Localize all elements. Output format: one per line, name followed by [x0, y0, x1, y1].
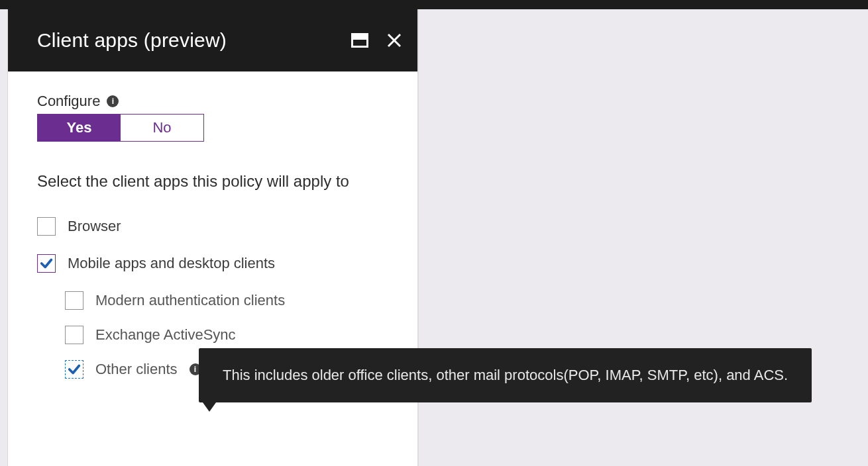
tooltip-other-clients: This includes older office clients, othe…	[199, 348, 812, 402]
checkbox-modern-auth-label[interactable]: Modern authentication clients	[95, 292, 285, 309]
svg-rect-1	[353, 34, 368, 40]
checkbox-other-clients-label[interactable]: Other clients	[95, 361, 178, 378]
stage: Client apps (preview) Config	[0, 9, 868, 466]
checkbox-browser[interactable]	[37, 217, 56, 236]
configure-toggle: Yes No	[37, 114, 204, 142]
tooltip-content: This includes older office clients, othe…	[199, 348, 812, 402]
configure-yes-button[interactable]: Yes	[38, 115, 121, 141]
configure-no-button[interactable]: No	[121, 115, 203, 141]
left-collapsed-blade	[0, 9, 8, 466]
close-icon[interactable]	[386, 32, 403, 49]
checkbox-mobile-desktop-label[interactable]: Mobile apps and desktop clients	[68, 255, 275, 272]
checkbox-browser-label[interactable]: Browser	[68, 218, 121, 235]
checkbox-exchange-activesync-row: Exchange ActiveSync	[65, 326, 388, 344]
configure-row: Configure i	[37, 93, 388, 110]
checkbox-modern-auth-row: Modern authentication clients	[65, 291, 388, 310]
checkbox-exchange-activesync[interactable]	[65, 326, 83, 344]
blade-title: Client apps (preview)	[37, 29, 227, 52]
tooltip-arrow	[203, 402, 216, 412]
checkbox-modern-auth[interactable]	[65, 291, 83, 310]
checkbox-exchange-activesync-label[interactable]: Exchange ActiveSync	[95, 326, 236, 344]
checkbox-mobile-desktop[interactable]	[37, 254, 56, 273]
instruction-text: Select the client apps this policy will …	[37, 169, 382, 193]
window-topbar	[0, 0, 868, 9]
checkbox-mobile-desktop-row: Mobile apps and desktop clients	[37, 254, 388, 273]
checkbox-other-clients[interactable]	[65, 360, 83, 379]
header-actions	[351, 32, 403, 49]
blade-header: Client apps (preview)	[8, 9, 417, 71]
info-icon[interactable]: i	[107, 95, 119, 107]
checkbox-browser-row: Browser	[37, 217, 388, 236]
client-apps-blade: Client apps (preview) Config	[8, 9, 419, 466]
configure-label: Configure	[37, 93, 100, 110]
restore-window-icon[interactable]	[351, 32, 368, 49]
